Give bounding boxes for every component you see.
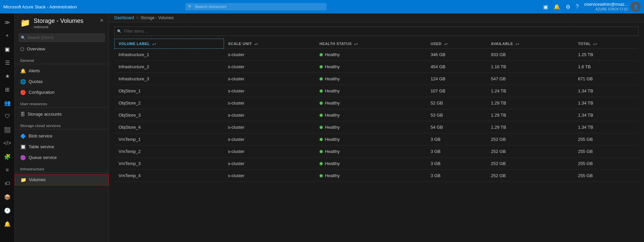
cell-scale-unit: s-cluster bbox=[224, 97, 315, 109]
table-body: Infrastructure_1 s-cluster ✓ Healthy 346… bbox=[115, 49, 639, 182]
cell-available: 1.29 TB bbox=[487, 109, 574, 121]
help-button[interactable]: ? bbox=[576, 4, 579, 10]
rail-bell[interactable]: 🔔 bbox=[1, 218, 13, 230]
storage-cloud-section-label: Storage cloud services bbox=[15, 120, 109, 129]
sidebar-search-wrap[interactable]: 🔍 bbox=[15, 32, 109, 44]
sidebar-item-overview[interactable]: ⬡ Overview bbox=[15, 44, 109, 54]
cell-volume-label: ObjStore_1 bbox=[115, 85, 224, 97]
sidebar-item-storage-accounts[interactable]: 🗄 Storage accounts bbox=[15, 109, 109, 120]
rail-apps[interactable]: ⊞ bbox=[1, 83, 13, 95]
sidebar-alerts-label: Alerts bbox=[29, 68, 40, 73]
sidebar-item-quotas[interactable]: 🌐 Quotas bbox=[15, 76, 109, 87]
cell-volume-label: VmTemp_1 bbox=[115, 133, 224, 146]
user-resources-section-label: User resources bbox=[15, 98, 109, 108]
table-row[interactable]: ObjStore_2 s-cluster ✓ Healthy 52 GB 1.2… bbox=[115, 97, 639, 109]
user-subscription: AZURE STACK CI 02 bbox=[584, 7, 628, 11]
sidebar-item-configuration[interactable]: 🔴 Configuration bbox=[15, 87, 109, 98]
rail-shield[interactable]: 🛡 bbox=[1, 110, 13, 122]
rail-puzzle[interactable]: 🧩 bbox=[1, 151, 13, 163]
sidebar-search-input[interactable] bbox=[19, 34, 105, 42]
rail-box[interactable]: 📦 bbox=[1, 191, 13, 203]
health-dot: ✓ bbox=[319, 89, 323, 93]
cell-volume-label: Infrastructure_3 bbox=[115, 73, 224, 85]
table-row[interactable]: ObjStore_4 s-cluster ✓ Healthy 54 GB 1.2… bbox=[115, 121, 639, 133]
volumes-table: VOLUME LABEL ▴▾ SCALE UNIT ▴▾ HEALTH STA… bbox=[114, 39, 639, 182]
sidebar-item-table[interactable]: 🔲 Table service bbox=[15, 142, 109, 152]
col-scale-unit[interactable]: SCALE UNIT ▴▾ bbox=[224, 39, 315, 49]
table-row[interactable]: ObjStore_3 s-cluster ✓ Healthy 53 GB 1.2… bbox=[115, 109, 639, 121]
cell-total: 1.34 TB bbox=[574, 109, 639, 121]
cell-available: 1.24 TB bbox=[487, 85, 574, 97]
col-total[interactable]: TOTAL ▴▾ bbox=[574, 39, 639, 49]
search-input[interactable] bbox=[185, 3, 327, 10]
sidebar-nav: ⬡ Overview General 🔔 Alerts 🌐 Quotas 🔴 C… bbox=[15, 44, 109, 191]
sort-icon-scale: ▴▾ bbox=[255, 42, 258, 46]
health-dot: ✓ bbox=[319, 150, 323, 153]
storage-accounts-icon: 🗄 bbox=[20, 112, 25, 117]
table-row[interactable]: VmTemp_1 s-cluster ✓ Healthy 3 GB 252 GB… bbox=[115, 133, 639, 146]
table-row[interactable]: VmTemp_4 s-cluster ✓ Healthy 3 GB 252 GB… bbox=[115, 170, 639, 182]
table-row[interactable]: Infrastructure_2 s-cluster ✓ Healthy 454… bbox=[115, 61, 639, 73]
rail-dashboard[interactable]: ▣ bbox=[1, 43, 13, 55]
filter-bar[interactable]: 🔍 bbox=[114, 27, 639, 36]
cell-used: 3 GB bbox=[426, 158, 487, 170]
sidebar-item-blob[interactable]: 🔷 Blob service bbox=[15, 131, 109, 142]
rail-star[interactable]: ★ bbox=[1, 70, 13, 82]
sidebar-item-volumes[interactable]: 📁 Volumes bbox=[15, 174, 109, 186]
col-used[interactable]: USED ▴▾ bbox=[426, 39, 487, 49]
cell-available: 252 GB bbox=[487, 133, 574, 146]
cell-health-status: ✓ Healthy bbox=[315, 73, 426, 85]
breadcrumb-dashboard[interactable]: Dashboard bbox=[114, 15, 134, 20]
close-button[interactable]: × bbox=[100, 17, 103, 24]
cell-health-status: ✓ Healthy bbox=[315, 61, 426, 73]
rail-expand[interactable]: ≫ bbox=[1, 16, 13, 28]
rail-blocks[interactable]: ⬛ bbox=[1, 124, 13, 136]
cell-health-status: ✓ Healthy bbox=[315, 158, 426, 170]
search-bar[interactable]: 🔍 bbox=[185, 3, 327, 10]
health-label: Healthy bbox=[325, 173, 340, 178]
rail-users[interactable]: 👥 bbox=[1, 97, 13, 109]
notifications-button[interactable]: 🔔 bbox=[554, 4, 560, 10]
table-row[interactable]: Infrastructure_3 s-cluster ✓ Healthy 124… bbox=[115, 73, 639, 85]
table-row[interactable]: ObjStore_1 s-cluster ✓ Healthy 107 GB 1.… bbox=[115, 85, 639, 97]
topbar: Microsoft Azure Stack - Administration 🔍… bbox=[0, 0, 644, 13]
rail-list[interactable]: ≡ bbox=[1, 164, 13, 176]
cell-volume-label: ObjStore_2 bbox=[115, 97, 224, 109]
portal-button[interactable]: ▣ bbox=[543, 4, 548, 10]
col-health-status[interactable]: HEALTH STATUS ▴▾ bbox=[315, 39, 426, 49]
sidebar-item-queue[interactable]: 🟣 Queue service bbox=[15, 152, 109, 163]
breadcrumb-current: Storage - Volumes bbox=[141, 15, 174, 20]
cell-scale-unit: s-cluster bbox=[224, 49, 315, 61]
cell-volume-label: VmTemp_3 bbox=[115, 158, 224, 170]
rail-code[interactable]: </> bbox=[1, 137, 13, 149]
rail-clock[interactable]: 🕐 bbox=[1, 204, 13, 216]
content-body: 🔍 VOLUME LABEL ▴▾ SCALE UNIT bbox=[109, 23, 644, 242]
user-profile[interactable]: ciserviceadmin@msaz... AZURE STACK CI 02… bbox=[584, 2, 641, 12]
filter-input[interactable] bbox=[114, 27, 639, 36]
overview-icon: ⬡ bbox=[20, 46, 24, 52]
health-label: Healthy bbox=[325, 76, 340, 81]
table-row[interactable]: VmTemp_2 s-cluster ✓ Healthy 3 GB 252 GB… bbox=[115, 146, 639, 158]
rail-plus[interactable]: + bbox=[1, 30, 13, 42]
cell-available: 933 GB bbox=[487, 49, 574, 61]
rail-menu[interactable]: ☰ bbox=[1, 56, 13, 69]
cell-volume-label: VmTemp_2 bbox=[115, 146, 224, 158]
cell-total: 1.34 TB bbox=[574, 121, 639, 133]
cell-scale-unit: s-cluster bbox=[224, 133, 315, 146]
sidebar-item-alerts[interactable]: 🔔 Alerts bbox=[15, 66, 109, 76]
col-volume-label[interactable]: VOLUME LABEL ▴▾ bbox=[115, 39, 224, 49]
data-table-container: VOLUME LABEL ▴▾ SCALE UNIT ▴▾ HEALTH STA… bbox=[114, 39, 639, 238]
table-row[interactable]: Infrastructure_1 s-cluster ✓ Healthy 346… bbox=[115, 49, 639, 61]
table-row[interactable]: VmTemp_3 s-cluster ✓ Healthy 3 GB 252 GB… bbox=[115, 158, 639, 170]
col-available[interactable]: AVAILABLE ▴▾ bbox=[487, 39, 574, 49]
cell-health-status: ✓ Healthy bbox=[315, 133, 426, 146]
rail-tag[interactable]: 🏷 bbox=[1, 177, 13, 190]
cell-volume-label: VmTemp_4 bbox=[115, 170, 224, 182]
cell-available: 1.29 TB bbox=[487, 97, 574, 109]
cell-total: 255 GB bbox=[574, 170, 639, 182]
avatar[interactable]: 👤 bbox=[631, 2, 641, 12]
breadcrumb: Dashboard > Storage - Volumes bbox=[109, 13, 644, 23]
cell-available: 252 GB bbox=[487, 170, 574, 182]
app-title: Microsoft Azure Stack - Administration bbox=[3, 4, 77, 9]
settings-button[interactable]: ⚙ bbox=[566, 4, 570, 10]
